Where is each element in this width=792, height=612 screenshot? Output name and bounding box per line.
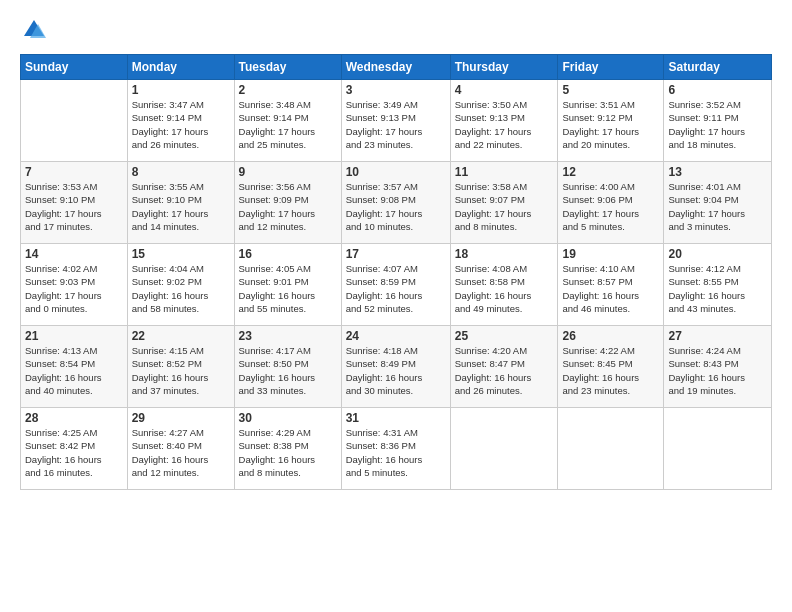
weekday-header-saturday: Saturday bbox=[664, 55, 772, 80]
calendar-cell: 2Sunrise: 3:48 AM Sunset: 9:14 PM Daylig… bbox=[234, 80, 341, 162]
calendar-cell: 27Sunrise: 4:24 AM Sunset: 8:43 PM Dayli… bbox=[664, 326, 772, 408]
day-number: 27 bbox=[668, 329, 767, 343]
weekday-header-wednesday: Wednesday bbox=[341, 55, 450, 80]
calendar-cell: 29Sunrise: 4:27 AM Sunset: 8:40 PM Dayli… bbox=[127, 408, 234, 490]
calendar-cell: 26Sunrise: 4:22 AM Sunset: 8:45 PM Dayli… bbox=[558, 326, 664, 408]
calendar-cell: 16Sunrise: 4:05 AM Sunset: 9:01 PM Dayli… bbox=[234, 244, 341, 326]
day-info: Sunrise: 4:17 AM Sunset: 8:50 PM Dayligh… bbox=[239, 344, 337, 397]
day-number: 5 bbox=[562, 83, 659, 97]
calendar-cell: 23Sunrise: 4:17 AM Sunset: 8:50 PM Dayli… bbox=[234, 326, 341, 408]
day-info: Sunrise: 4:22 AM Sunset: 8:45 PM Dayligh… bbox=[562, 344, 659, 397]
day-info: Sunrise: 4:00 AM Sunset: 9:06 PM Dayligh… bbox=[562, 180, 659, 233]
header bbox=[20, 16, 772, 44]
day-info: Sunrise: 4:29 AM Sunset: 8:38 PM Dayligh… bbox=[239, 426, 337, 479]
day-number: 10 bbox=[346, 165, 446, 179]
day-info: Sunrise: 3:52 AM Sunset: 9:11 PM Dayligh… bbox=[668, 98, 767, 151]
calendar-cell bbox=[21, 80, 128, 162]
calendar-cell: 5Sunrise: 3:51 AM Sunset: 9:12 PM Daylig… bbox=[558, 80, 664, 162]
day-number: 20 bbox=[668, 247, 767, 261]
day-number: 23 bbox=[239, 329, 337, 343]
day-number: 28 bbox=[25, 411, 123, 425]
day-info: Sunrise: 3:47 AM Sunset: 9:14 PM Dayligh… bbox=[132, 98, 230, 151]
day-info: Sunrise: 4:05 AM Sunset: 9:01 PM Dayligh… bbox=[239, 262, 337, 315]
week-row-4: 21Sunrise: 4:13 AM Sunset: 8:54 PM Dayli… bbox=[21, 326, 772, 408]
calendar-cell bbox=[664, 408, 772, 490]
calendar-cell: 30Sunrise: 4:29 AM Sunset: 8:38 PM Dayli… bbox=[234, 408, 341, 490]
week-row-3: 14Sunrise: 4:02 AM Sunset: 9:03 PM Dayli… bbox=[21, 244, 772, 326]
day-number: 6 bbox=[668, 83, 767, 97]
weekday-header-row: SundayMondayTuesdayWednesdayThursdayFrid… bbox=[21, 55, 772, 80]
calendar-cell: 7Sunrise: 3:53 AM Sunset: 9:10 PM Daylig… bbox=[21, 162, 128, 244]
weekday-header-sunday: Sunday bbox=[21, 55, 128, 80]
page: SundayMondayTuesdayWednesdayThursdayFrid… bbox=[0, 0, 792, 612]
day-number: 29 bbox=[132, 411, 230, 425]
day-info: Sunrise: 3:56 AM Sunset: 9:09 PM Dayligh… bbox=[239, 180, 337, 233]
day-info: Sunrise: 3:49 AM Sunset: 9:13 PM Dayligh… bbox=[346, 98, 446, 151]
day-info: Sunrise: 4:10 AM Sunset: 8:57 PM Dayligh… bbox=[562, 262, 659, 315]
day-number: 18 bbox=[455, 247, 554, 261]
calendar-table: SundayMondayTuesdayWednesdayThursdayFrid… bbox=[20, 54, 772, 490]
day-number: 24 bbox=[346, 329, 446, 343]
day-info: Sunrise: 4:12 AM Sunset: 8:55 PM Dayligh… bbox=[668, 262, 767, 315]
week-row-2: 7Sunrise: 3:53 AM Sunset: 9:10 PM Daylig… bbox=[21, 162, 772, 244]
calendar-cell: 3Sunrise: 3:49 AM Sunset: 9:13 PM Daylig… bbox=[341, 80, 450, 162]
day-info: Sunrise: 3:58 AM Sunset: 9:07 PM Dayligh… bbox=[455, 180, 554, 233]
calendar-cell: 17Sunrise: 4:07 AM Sunset: 8:59 PM Dayli… bbox=[341, 244, 450, 326]
day-info: Sunrise: 4:02 AM Sunset: 9:03 PM Dayligh… bbox=[25, 262, 123, 315]
calendar-cell: 31Sunrise: 4:31 AM Sunset: 8:36 PM Dayli… bbox=[341, 408, 450, 490]
week-row-5: 28Sunrise: 4:25 AM Sunset: 8:42 PM Dayli… bbox=[21, 408, 772, 490]
day-number: 4 bbox=[455, 83, 554, 97]
weekday-header-monday: Monday bbox=[127, 55, 234, 80]
day-number: 12 bbox=[562, 165, 659, 179]
calendar-cell: 11Sunrise: 3:58 AM Sunset: 9:07 PM Dayli… bbox=[450, 162, 558, 244]
day-info: Sunrise: 4:20 AM Sunset: 8:47 PM Dayligh… bbox=[455, 344, 554, 397]
calendar-cell: 13Sunrise: 4:01 AM Sunset: 9:04 PM Dayli… bbox=[664, 162, 772, 244]
day-number: 11 bbox=[455, 165, 554, 179]
weekday-header-friday: Friday bbox=[558, 55, 664, 80]
day-info: Sunrise: 4:08 AM Sunset: 8:58 PM Dayligh… bbox=[455, 262, 554, 315]
calendar-cell: 22Sunrise: 4:15 AM Sunset: 8:52 PM Dayli… bbox=[127, 326, 234, 408]
calendar-cell: 24Sunrise: 4:18 AM Sunset: 8:49 PM Dayli… bbox=[341, 326, 450, 408]
day-info: Sunrise: 4:31 AM Sunset: 8:36 PM Dayligh… bbox=[346, 426, 446, 479]
week-row-1: 1Sunrise: 3:47 AM Sunset: 9:14 PM Daylig… bbox=[21, 80, 772, 162]
weekday-header-tuesday: Tuesday bbox=[234, 55, 341, 80]
day-number: 15 bbox=[132, 247, 230, 261]
day-number: 9 bbox=[239, 165, 337, 179]
calendar-cell: 6Sunrise: 3:52 AM Sunset: 9:11 PM Daylig… bbox=[664, 80, 772, 162]
calendar-cell: 20Sunrise: 4:12 AM Sunset: 8:55 PM Dayli… bbox=[664, 244, 772, 326]
day-number: 22 bbox=[132, 329, 230, 343]
day-info: Sunrise: 4:07 AM Sunset: 8:59 PM Dayligh… bbox=[346, 262, 446, 315]
day-info: Sunrise: 4:18 AM Sunset: 8:49 PM Dayligh… bbox=[346, 344, 446, 397]
day-number: 30 bbox=[239, 411, 337, 425]
day-number: 14 bbox=[25, 247, 123, 261]
calendar-cell: 19Sunrise: 4:10 AM Sunset: 8:57 PM Dayli… bbox=[558, 244, 664, 326]
calendar-cell: 1Sunrise: 3:47 AM Sunset: 9:14 PM Daylig… bbox=[127, 80, 234, 162]
day-number: 7 bbox=[25, 165, 123, 179]
day-number: 2 bbox=[239, 83, 337, 97]
day-number: 21 bbox=[25, 329, 123, 343]
day-number: 17 bbox=[346, 247, 446, 261]
weekday-header-thursday: Thursday bbox=[450, 55, 558, 80]
day-info: Sunrise: 3:55 AM Sunset: 9:10 PM Dayligh… bbox=[132, 180, 230, 233]
day-info: Sunrise: 3:48 AM Sunset: 9:14 PM Dayligh… bbox=[239, 98, 337, 151]
calendar-cell: 4Sunrise: 3:50 AM Sunset: 9:13 PM Daylig… bbox=[450, 80, 558, 162]
day-info: Sunrise: 4:01 AM Sunset: 9:04 PM Dayligh… bbox=[668, 180, 767, 233]
day-number: 8 bbox=[132, 165, 230, 179]
calendar-cell: 18Sunrise: 4:08 AM Sunset: 8:58 PM Dayli… bbox=[450, 244, 558, 326]
calendar-cell: 15Sunrise: 4:04 AM Sunset: 9:02 PM Dayli… bbox=[127, 244, 234, 326]
day-info: Sunrise: 4:27 AM Sunset: 8:40 PM Dayligh… bbox=[132, 426, 230, 479]
calendar-cell bbox=[450, 408, 558, 490]
day-info: Sunrise: 3:53 AM Sunset: 9:10 PM Dayligh… bbox=[25, 180, 123, 233]
calendar-cell: 25Sunrise: 4:20 AM Sunset: 8:47 PM Dayli… bbox=[450, 326, 558, 408]
calendar-cell: 10Sunrise: 3:57 AM Sunset: 9:08 PM Dayli… bbox=[341, 162, 450, 244]
day-number: 16 bbox=[239, 247, 337, 261]
calendar-cell bbox=[558, 408, 664, 490]
calendar-cell: 9Sunrise: 3:56 AM Sunset: 9:09 PM Daylig… bbox=[234, 162, 341, 244]
day-info: Sunrise: 4:13 AM Sunset: 8:54 PM Dayligh… bbox=[25, 344, 123, 397]
calendar-cell: 12Sunrise: 4:00 AM Sunset: 9:06 PM Dayli… bbox=[558, 162, 664, 244]
day-info: Sunrise: 4:04 AM Sunset: 9:02 PM Dayligh… bbox=[132, 262, 230, 315]
calendar-cell: 14Sunrise: 4:02 AM Sunset: 9:03 PM Dayli… bbox=[21, 244, 128, 326]
day-info: Sunrise: 4:15 AM Sunset: 8:52 PM Dayligh… bbox=[132, 344, 230, 397]
day-number: 31 bbox=[346, 411, 446, 425]
logo bbox=[20, 16, 52, 44]
